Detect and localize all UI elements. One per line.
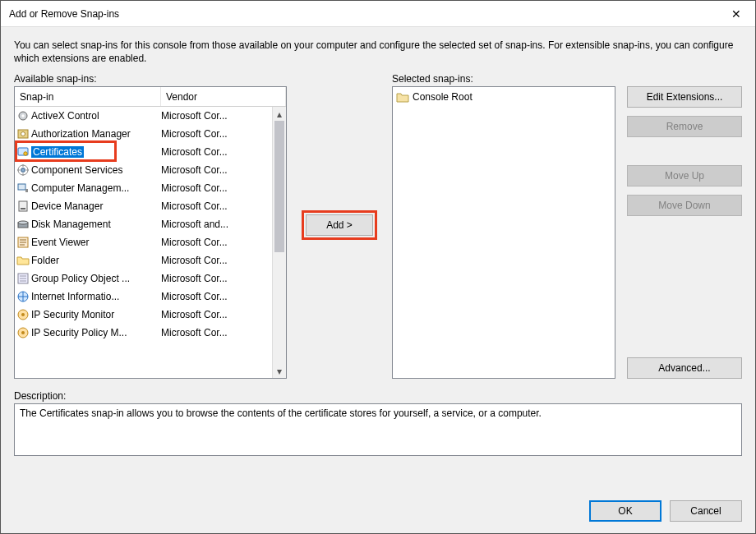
move-up-label: Move Up <box>665 170 704 182</box>
available-item[interactable]: ActiveX ControlMicrosoft Cor... <box>15 107 272 125</box>
action-buttons: Edit Extensions... Remove Move Up Move D… <box>615 86 742 379</box>
available-item[interactable]: IP Security MonitorMicrosoft Cor... <box>15 306 272 324</box>
available-item[interactable]: Component ServicesMicrosoft Cor... <box>15 161 272 179</box>
available-item[interactable]: IP Security Policy M...Microsoft Cor... <box>15 324 272 342</box>
ok-button[interactable]: OK <box>589 500 662 522</box>
available-item-name: Certificates <box>31 146 161 158</box>
available-item-name: Internet Informatio... <box>31 291 161 302</box>
available-item[interactable]: Disk ManagementMicrosoft and... <box>15 215 272 233</box>
add-button-wrap: Add > <box>306 214 373 236</box>
available-item[interactable]: Device ManagerMicrosoft Cor... <box>15 197 272 215</box>
scroll-down-button[interactable]: ▾ <box>273 364 286 378</box>
available-item-vendor: Microsoft Cor... <box>161 164 272 176</box>
svg-rect-10 <box>19 201 27 211</box>
move-down-button[interactable]: Move Down <box>627 195 742 216</box>
dialog-footer: OK Cancel <box>14 489 742 522</box>
available-items: ActiveX ControlMicrosoft Cor...Authoriza… <box>15 107 272 378</box>
edit-extensions-label: Edit Extensions... <box>647 91 723 103</box>
available-item-vendor: Microsoft Cor... <box>161 200 272 212</box>
remove-button[interactable]: Remove <box>627 116 742 137</box>
svg-point-3 <box>21 132 25 136</box>
available-item-vendor: Microsoft Cor... <box>161 255 272 266</box>
titlebar: Add or Remove Snap-ins ✕ <box>1 1 755 27</box>
cert-icon <box>15 145 31 159</box>
available-item-vendor: Microsoft Cor... <box>161 182 272 194</box>
available-header: Snap-in Vendor <box>15 87 286 107</box>
gear-icon <box>15 109 31 122</box>
move-up-button[interactable]: Move Up <box>627 165 742 186</box>
available-item-vendor: Microsoft Cor... <box>161 237 272 248</box>
available-scrollbar[interactable]: ▴ ▾ <box>272 107 286 378</box>
dialog-body: You can select snap-ins for this console… <box>1 27 755 533</box>
edit-extensions-button[interactable]: Edit Extensions... <box>627 86 742 108</box>
add-button-label: Add > <box>326 219 353 231</box>
available-item-name: Computer Managem... <box>31 182 161 194</box>
device-icon <box>15 200 31 213</box>
svg-point-18 <box>21 313 25 316</box>
cancel-button[interactable]: Cancel <box>670 500 742 522</box>
available-item-vendor: Microsoft and... <box>161 219 272 230</box>
window-title: Add or Remove Snap-ins <box>9 8 717 20</box>
selected-root-item[interactable]: Console Root <box>394 89 613 105</box>
available-item-vendor: Microsoft Cor... <box>161 327 272 338</box>
pc-icon <box>15 182 31 195</box>
available-item-name: IP Security Policy M... <box>31 327 161 338</box>
available-item[interactable]: Group Policy Object ...Microsoft Cor... <box>15 269 272 288</box>
authz-icon <box>15 127 31 140</box>
col-snapin[interactable]: Snap-in <box>15 87 161 106</box>
available-item[interactable]: Authorization ManagerMicrosoft Cor... <box>15 125 272 143</box>
add-button[interactable]: Add > <box>306 214 373 236</box>
available-item-vendor: Microsoft Cor... <box>161 291 272 302</box>
svg-point-13 <box>18 221 28 224</box>
available-item-vendor: Microsoft Cor... <box>161 128 272 140</box>
close-icon: ✕ <box>731 7 741 21</box>
available-item-name: Folder <box>31 255 161 266</box>
col-vendor[interactable]: Vendor <box>161 87 286 106</box>
selected-listbox[interactable]: Console Root <box>392 86 615 379</box>
available-item-name: ActiveX Control <box>31 110 161 122</box>
available-item-name: Disk Management <box>31 219 161 230</box>
available-item-name: Group Policy Object ... <box>31 273 161 284</box>
available-item-vendor: Microsoft Cor... <box>161 146 272 158</box>
svg-point-20 <box>21 331 25 334</box>
available-item-name: Authorization Manager <box>31 128 161 140</box>
selected-root-label: Console Root <box>413 91 472 103</box>
gpo-icon <box>15 272 31 285</box>
move-down-label: Move Down <box>658 200 710 211</box>
available-item-vendor: Microsoft Cor... <box>161 110 272 122</box>
scroll-thumb[interactable] <box>274 121 284 252</box>
available-item-vendor: Microsoft Cor... <box>161 273 272 284</box>
available-item-name: Device Manager <box>31 200 161 212</box>
scroll-up-button[interactable]: ▴ <box>273 107 286 121</box>
comp-icon <box>15 163 31 177</box>
available-item-vendor: Microsoft Cor... <box>161 309 272 320</box>
dialog-add-remove-snapins: Add or Remove Snap-ins ✕ You can select … <box>0 0 756 534</box>
description-box: The Certificates snap-in allows you to b… <box>14 403 742 456</box>
ok-label: OK <box>618 505 632 517</box>
iis-icon <box>15 290 31 303</box>
advanced-button[interactable]: Advanced... <box>627 357 742 379</box>
main-row: Snap-in Vendor ActiveX ControlMicrosoft … <box>14 86 742 379</box>
svg-point-7 <box>21 168 25 173</box>
cancel-label: Cancel <box>690 505 721 517</box>
advanced-label: Advanced... <box>658 362 710 374</box>
available-item-name: Event Viewer <box>31 237 161 248</box>
description-text: The Certificates snap-in allows you to b… <box>20 407 542 419</box>
event-icon <box>15 236 31 249</box>
available-item[interactable]: FolderMicrosoft Cor... <box>15 251 272 269</box>
available-listbox[interactable]: Snap-in Vendor ActiveX ControlMicrosoft … <box>14 86 287 379</box>
available-item[interactable]: Event ViewerMicrosoft Cor... <box>15 233 272 251</box>
available-item[interactable]: Computer Managem...Microsoft Cor... <box>15 179 272 197</box>
right-column: Console Root Edit Extensions... Remove M… <box>392 86 742 379</box>
selected-label: Selected snap-ins: <box>392 73 473 86</box>
chevron-up-icon: ▴ <box>277 108 282 120</box>
close-button[interactable]: ✕ <box>717 1 755 27</box>
chevron-down-icon: ▾ <box>277 366 282 377</box>
folder-icon <box>15 254 31 267</box>
scroll-track[interactable] <box>273 121 286 364</box>
available-item[interactable]: CertificatesMicrosoft Cor... <box>15 143 272 161</box>
available-item[interactable]: Internet Informatio...Microsoft Cor... <box>15 288 272 306</box>
description-label: Description: <box>14 390 742 402</box>
remove-label: Remove <box>666 121 703 132</box>
available-label: Available snap-ins: <box>14 73 287 86</box>
